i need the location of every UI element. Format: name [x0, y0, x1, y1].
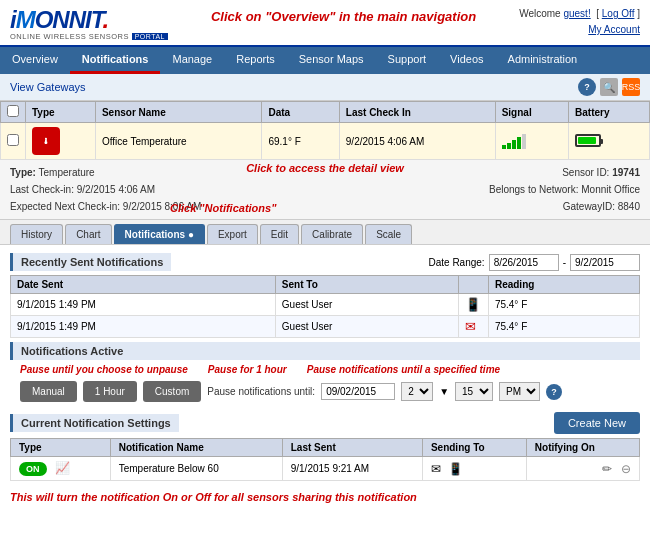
row-checkbox-cell[interactable] [1, 123, 26, 160]
settings-col-notifying-on: Notifying On [526, 439, 639, 457]
pause-minute-select[interactable]: 15304500 [455, 382, 493, 401]
belongs-label: Belongs to Network: [489, 184, 579, 195]
nav-item-overview[interactable]: Overview [0, 47, 70, 74]
date-from-input[interactable] [489, 254, 559, 271]
pause-help-icon[interactable]: ? [546, 384, 562, 400]
notif-icon-2: ✉ [458, 316, 488, 338]
notif-reading-1: 75.4° F [488, 294, 639, 316]
rss-icon[interactable]: RSS [622, 78, 640, 96]
pause-buttons-area: Manual 1 Hour Custom Pause notifications… [10, 377, 640, 408]
current-settings-section: Current Notification Settings Create New… [0, 408, 650, 489]
signal-bars [502, 134, 562, 149]
search-icon[interactable]: 🔍 [600, 78, 618, 96]
create-new-button[interactable]: Create New [554, 412, 640, 434]
last-checkin-info: Last Check-in: 9/2/2015 4:06 AM [10, 181, 201, 198]
date-range-area: Date Range: - [429, 254, 641, 271]
pause-hour-select[interactable]: 234 [401, 382, 433, 401]
toggle-on-button[interactable]: ON [19, 462, 47, 476]
main-nav: Overview Notifications Manage Reports Se… [0, 47, 650, 74]
gateway-label: GatewayID: [563, 201, 615, 212]
bar-5 [522, 134, 526, 149]
settings-col-name: Notification Name [110, 439, 282, 457]
view-gateways-link[interactable]: View Gateways [10, 81, 86, 93]
notif-col-reading: Reading [488, 276, 639, 294]
settings-notifying-on-cell: ✏ ⊖ [526, 457, 639, 481]
bottom-annotation-text: This will turn the notification On or Of… [10, 491, 640, 503]
nav-item-administration[interactable]: Administration [496, 47, 590, 74]
notif-col-date: Date Sent [11, 276, 276, 294]
header-right: Welcome guest! [ Log Off ] My Account [519, 6, 640, 38]
settings-sending-to-cell: ✉ 📱 [422, 457, 526, 481]
select-all-checkbox[interactable] [7, 105, 19, 117]
row-data: 69.1° F [262, 123, 339, 160]
custom-pause-button[interactable]: Custom [143, 381, 201, 402]
pause-ampm-select[interactable]: PMAM [499, 382, 540, 401]
pause-date-input[interactable] [321, 383, 395, 400]
col-sensor-name: Sensor Name [95, 102, 262, 123]
notif-col-icon [458, 276, 488, 294]
sensor-info-area: Type: Temperature Last Check-in: 9/2/201… [0, 160, 650, 220]
col-last-checkin: Last Check In [339, 102, 495, 123]
row-signal [495, 123, 568, 160]
notif-sent-to-1: Guest User [275, 294, 458, 316]
nav-item-support[interactable]: Support [376, 47, 439, 74]
col-battery: Battery [569, 102, 650, 123]
nav-item-videos[interactable]: Videos [438, 47, 495, 74]
recently-sent-title: Recently Sent Notifications [10, 253, 171, 271]
date-range-label: Date Range: [429, 257, 485, 268]
sensor-id-label: Sensor ID: [562, 167, 609, 178]
notif-date-2: 9/1/2015 1:49 PM [11, 316, 276, 338]
notif-row-1: 9/1/2015 1:49 PM Guest User 📱 75.4° F [11, 294, 640, 316]
pause-annotations: Pause until you choose to unpause Pause … [10, 364, 640, 375]
sub-header: View Gateways ? 🔍 RSS [0, 74, 650, 101]
help-icon[interactable]: ? [578, 78, 596, 96]
settings-col-type: Type [11, 439, 111, 457]
sensor-info-right: Sensor ID: 19741 Belongs to Network: Mon… [489, 164, 640, 215]
nav-item-manage[interactable]: Manage [160, 47, 224, 74]
sub-icons: ? 🔍 RSS [578, 78, 640, 96]
tab-calibrate[interactable]: Calibrate [301, 224, 363, 244]
notifications-active-title: Notifications Active [10, 342, 640, 360]
delete-icon[interactable]: ⊖ [621, 462, 631, 476]
hour-pause-button[interactable]: 1 Hour [83, 381, 137, 402]
row-checkbox[interactable] [7, 134, 19, 146]
log-off-link[interactable]: Log Off [602, 8, 635, 19]
logo-area: iMONNIT. ONLINE WIRELESS SENSORS PORTAL [10, 6, 168, 41]
tab-edit[interactable]: Edit [260, 224, 299, 244]
tab-scale[interactable]: Scale [365, 224, 412, 244]
date-to-input[interactable] [570, 254, 640, 271]
settings-col-sending-to: Sending To [422, 439, 526, 457]
email-send-icon: ✉ [431, 462, 441, 476]
notif-col-sent-to: Sent To [275, 276, 458, 294]
bar-1 [502, 145, 506, 149]
col-signal: Signal [495, 102, 568, 123]
settings-table: Type Notification Name Last Sent Sending… [10, 438, 640, 481]
manual-pause-button[interactable]: Manual [20, 381, 77, 402]
battery-icon [575, 134, 601, 147]
tab-chart[interactable]: Chart [65, 224, 111, 244]
bar-4 [517, 137, 521, 149]
tab-notifications[interactable]: Notifications ● [114, 224, 205, 244]
bar-3 [512, 140, 516, 149]
nav-item-notifications[interactable]: Notifications [70, 47, 161, 74]
settings-title: Current Notification Settings [10, 414, 179, 432]
pause-until-label: Pause notifications until: [207, 386, 315, 397]
guest-link[interactable]: guest! [563, 8, 590, 19]
settings-type-cell: ON 📈 [11, 457, 111, 481]
tab-history[interactable]: History [10, 224, 63, 244]
sensor-annotation: Click to access the detail view [246, 162, 404, 174]
settings-last-sent-cell: 9/1/2015 9:21 AM [282, 457, 422, 481]
type-value: Temperature [39, 167, 95, 178]
tab-export[interactable]: Export [207, 224, 258, 244]
nav-item-sensor-maps[interactable]: Sensor Maps [287, 47, 376, 74]
sensor-type-icon: 🌡 [32, 127, 60, 155]
row-type-cell: 🌡 [26, 123, 96, 160]
notif-icon-1: 📱 [458, 294, 488, 316]
notifications-table: Date Sent Sent To Reading 9/1/2015 1:49 … [10, 275, 640, 338]
sensor-table: Type Sensor Name Data Last Check In Sign… [0, 101, 650, 160]
my-account-link[interactable]: My Account [588, 24, 640, 35]
nav-item-reports[interactable]: Reports [224, 47, 287, 74]
col-data: Data [262, 102, 339, 123]
sensor-row[interactable]: 🌡 Office Temperature 69.1° F 9/2/2015 4:… [1, 123, 650, 160]
edit-icon[interactable]: ✏ [602, 462, 612, 476]
